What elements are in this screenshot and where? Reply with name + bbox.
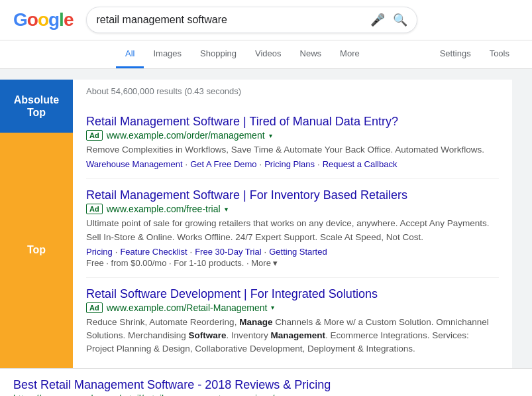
search-input[interactable] [96, 14, 370, 26]
ad-result-3: Retail Software Development | For Integr… [86, 278, 499, 368]
ad-2-url-row: Ad www.example.com/free-trial ▾ [86, 204, 499, 214]
ad-2-desc: Ultimate point of sale for growing retai… [86, 217, 499, 244]
nav-right: Settings Tools [431, 40, 519, 68]
ad-2-link-4[interactable]: Getting Started [269, 247, 327, 257]
ad-2-link-1[interactable]: Pricing [86, 247, 113, 257]
ad-1-link-3[interactable]: Pricing Plans [264, 159, 315, 169]
ad-2-sep-1: · [115, 247, 118, 257]
ad-2-dropdown-arrow[interactable]: ▾ [225, 206, 228, 213]
ad-3-url-row: Ad www.example.com/Retail-Management ▾ [86, 302, 499, 313]
ad-1-dropdown-arrow[interactable]: ▾ [269, 132, 272, 139]
ad-1-link-1[interactable]: Warehouse Management [86, 159, 183, 169]
mic-icon[interactable]: 🎤 [370, 13, 385, 27]
organic-1-url-row: https://www.example.com/retail/retail-ma… [13, 393, 519, 397]
ad-1-links: Warehouse Management · Get A Free Demo ·… [86, 159, 499, 169]
ad-2-badge: Ad [86, 204, 103, 214]
ad-1-sep-3: · [317, 159, 320, 169]
tab-shopping[interactable]: Shopping [191, 40, 246, 68]
ad-2-link-2[interactable]: Feature Checklist [120, 247, 187, 257]
ad-1-title[interactable]: Retail Management Software | Tired of Ma… [86, 115, 499, 129]
ad-1-badge: Ad [86, 130, 103, 141]
tab-videos[interactable]: Videos [246, 40, 291, 68]
organic-section: Best Retail Management Software - 2018 R… [0, 368, 532, 397]
ad-result-1: Retail Management Software | Tired of Ma… [86, 105, 499, 179]
ad-3-bold-3: Management [270, 330, 325, 340]
ad-1-desc: Remove Complexities in Workflows, Save T… [86, 143, 499, 157]
tab-news[interactable]: News [291, 40, 331, 68]
nav-tabs: All Images Shopping Videos News More Set… [0, 40, 532, 69]
ad-3-bold-1: Manage [239, 317, 272, 327]
organic-1-url[interactable]: https://www.example.com/retail/retail-ma… [13, 393, 275, 397]
ad-3-title[interactable]: Retail Software Development | For Integr… [86, 287, 499, 301]
ad-2-free-note: Free · from $0.00/mo · For 1-10 products… [86, 258, 499, 268]
ad-2-links: Pricing · Feature Checklist · Free 30-Da… [86, 247, 499, 257]
ad-2-url[interactable]: www.example.com/free-trial [107, 204, 221, 214]
results-right-padding [512, 80, 532, 368]
results-content: About 54,600,000 results (0.43 seconds) … [73, 80, 512, 368]
left-labels: Absolute Top Top [0, 80, 73, 368]
ad-2-link-3[interactable]: Free 30-Day Trial [195, 247, 261, 257]
search-bar: 🎤 🔍 [86, 7, 417, 33]
ad-3-dropdown-arrow[interactable]: ▾ [271, 304, 274, 311]
top-label: Top [0, 133, 73, 368]
results-count: About 54,600,000 results (0.43 seconds) [86, 80, 499, 105]
google-logo: Google [13, 9, 73, 31]
search-icons: 🎤 🔍 [370, 13, 407, 27]
ad-1-sep-1: · [186, 159, 188, 169]
ad-3-badge: Ad [86, 302, 103, 313]
search-icon[interactable]: 🔍 [393, 13, 407, 27]
ad-result-2: Retail Management Software | For Invento… [86, 179, 499, 278]
absolute-top-label: Absolute Top [0, 80, 73, 133]
results-area: Absolute Top Top About 54,600,000 result… [0, 69, 532, 368]
tab-more[interactable]: More [331, 40, 369, 68]
ad-3-url[interactable]: www.example.com/Retail-Management [107, 302, 268, 313]
ad-1-sep-2: · [260, 159, 262, 169]
tab-images[interactable]: Images [144, 40, 191, 68]
ad-3-bold-2: Software [189, 330, 227, 340]
ad-2-sep-3: · [264, 247, 267, 257]
ad-1-url-row: Ad www.example.com/order/management ▾ [86, 130, 499, 141]
tab-settings[interactable]: Settings [431, 40, 480, 68]
header: Google 🎤 🔍 [0, 0, 532, 40]
ad-1-url[interactable]: www.example.com/order/management [107, 130, 265, 141]
organic-result-1: Best Retail Management Software - 2018 R… [13, 369, 519, 397]
ad-2-sep-2: · [190, 247, 193, 257]
tab-tools[interactable]: Tools [480, 40, 519, 68]
ad-1-link-4[interactable]: Request a Callback [323, 159, 398, 169]
ad-1-link-2[interactable]: Get A Free Demo [190, 159, 256, 169]
ad-2-title[interactable]: Retail Management Software | For Invento… [86, 188, 499, 202]
ad-3-desc: Reduce Shrink, Automate Reordering, Mana… [86, 316, 499, 356]
organic-1-title[interactable]: Best Retail Management Software - 2018 R… [13, 378, 519, 392]
tab-all[interactable]: All [116, 40, 144, 68]
